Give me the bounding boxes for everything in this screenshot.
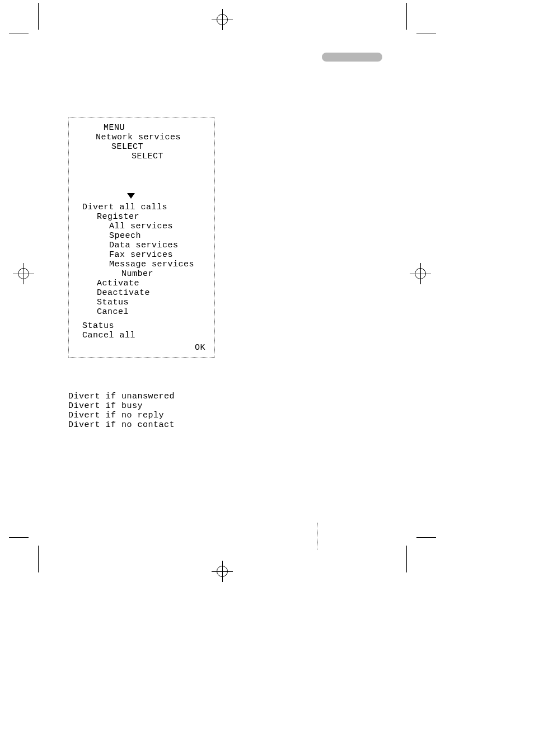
divert-if-busy: Divert if busy	[68, 401, 175, 411]
divert-if-unanswered: Divert if unanswered	[68, 392, 175, 401]
menu-panel: MENU Network services SELECT SELECT Dive…	[68, 118, 215, 358]
menu-item-number: Number	[74, 269, 209, 279]
menu-item-data-services: Data services	[74, 241, 209, 250]
crop-mark	[9, 537, 29, 538]
menu-item-network-services: Network services	[74, 133, 209, 142]
menu-item-cancel-all: Cancel all	[74, 331, 209, 340]
menu-item-divert-all-calls: Divert all calls	[74, 203, 209, 212]
crop-mark	[406, 3, 407, 30]
select-label[interactable]: SELECT	[74, 152, 209, 161]
divert-if-no-reply: Divert if no reply	[68, 411, 175, 420]
select-label[interactable]: SELECT	[74, 142, 209, 152]
dotted-divider	[317, 523, 318, 550]
menu-item-status: Status	[74, 298, 209, 307]
crop-mark	[38, 546, 39, 572]
crop-mark	[416, 537, 436, 538]
divert-conditions-list: Divert if unanswered Divert if busy Dive…	[68, 392, 175, 430]
menu-title: MENU	[74, 123, 209, 133]
crop-mark	[406, 546, 407, 572]
ok-button[interactable]: OK	[74, 343, 209, 353]
menu-item-register: Register	[74, 212, 209, 222]
menu-item-all-services: All services	[74, 222, 209, 231]
menu-item-activate: Activate	[74, 279, 209, 288]
register-mark-left	[18, 268, 29, 279]
menu-item-cancel: Cancel	[74, 307, 209, 317]
menu-item-message-services: Message services	[74, 260, 209, 269]
menu-item-fax-services: Fax services	[74, 250, 209, 260]
arrow-down-icon	[127, 193, 135, 199]
menu-item-speech: Speech	[74, 231, 209, 241]
register-mark-bottom	[217, 566, 228, 577]
register-mark-right	[415, 268, 426, 279]
menu-item-deactivate: Deactivate	[74, 288, 209, 298]
menu-item-status-bottom: Status	[74, 321, 209, 331]
crop-mark	[416, 34, 436, 34]
divert-if-no-contact: Divert if no contact	[68, 420, 175, 430]
register-mark-top	[217, 14, 228, 25]
crop-mark	[9, 34, 29, 34]
crop-mark	[38, 3, 39, 30]
section-tab	[322, 53, 382, 62]
